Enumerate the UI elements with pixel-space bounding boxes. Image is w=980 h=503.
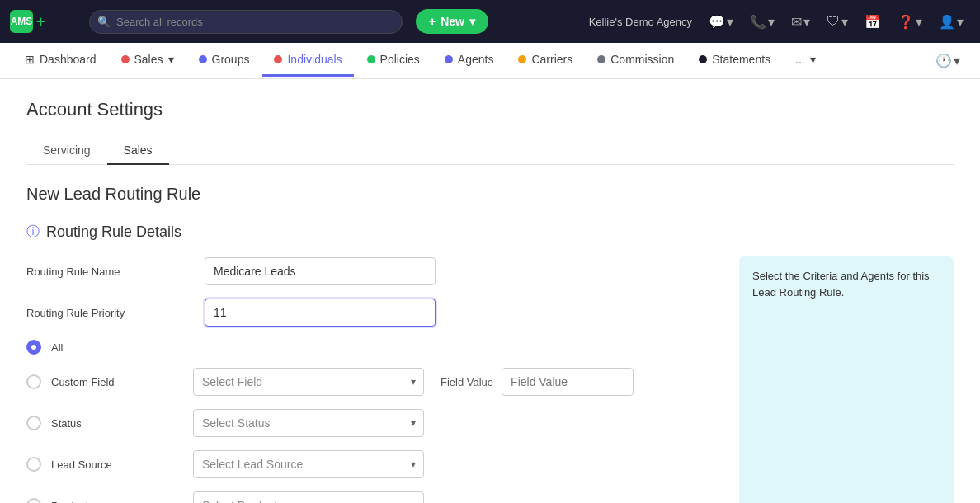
new-chevron-icon: ▾: [469, 15, 475, 28]
chat-icon: 💬: [709, 14, 725, 30]
sales-dot: [121, 55, 130, 63]
new-button[interactable]: + New ▾: [416, 9, 488, 34]
nav-groups[interactable]: Groups: [187, 45, 261, 77]
tab-servicing[interactable]: Servicing: [26, 137, 107, 165]
tabs: Servicing Sales: [26, 137, 954, 165]
nav-agents[interactable]: Agents: [433, 45, 506, 77]
dashboard-icon: ⊞: [25, 53, 35, 66]
logo-icon: AMS: [10, 10, 33, 33]
status-radio[interactable]: [26, 416, 41, 430]
agency-button[interactable]: Kellie's Demo Agency: [582, 11, 699, 33]
routing-rule-name-row: Routing Rule Name: [26, 257, 713, 285]
form-fields: ⓘ Routing Rule Details Routing Rule Name…: [26, 223, 713, 503]
field-value-label: Field Value: [441, 376, 493, 388]
chat-chevron-icon: ▾: [727, 14, 733, 30]
section-title-row: ⓘ Routing Rule Details: [26, 223, 713, 241]
shield-icon: 🛡: [827, 14, 840, 29]
topbar-right: Kellie's Demo Agency 💬 ▾ 📞 ▾ ✉ ▾ 🛡 ▾ 📅 ❓…: [582, 9, 970, 35]
shield-chevron-icon: ▾: [841, 14, 848, 30]
all-radio[interactable]: [26, 340, 41, 355]
status-select-wrapper: Select Status ▾: [193, 409, 424, 437]
lead-source-label: Lead Source: [51, 458, 183, 471]
custom-field-select-wrapper: Select Field ▾: [193, 368, 424, 396]
product-row: Product Select Product ▾: [26, 491, 713, 503]
logo: AMS +: [10, 10, 76, 33]
custom-field-select[interactable]: Select Field: [193, 368, 424, 396]
lead-source-row: Lead Source Select Lead Source ▾: [26, 450, 713, 478]
status-select[interactable]: Select Status: [193, 409, 424, 437]
field-value-input[interactable]: [502, 368, 634, 396]
user-chevron-icon: ▾: [957, 14, 964, 30]
all-criteria-row: All: [26, 340, 713, 355]
statements-dot: [699, 55, 707, 63]
user-icon: 👤: [939, 14, 955, 30]
email-icon: ✉: [791, 14, 802, 30]
nav-carriers[interactable]: Carriers: [506, 45, 584, 77]
page-title: Account Settings: [26, 99, 954, 120]
more-chevron-icon: ▾: [810, 53, 816, 66]
main-content: Account Settings Servicing Sales New Lea…: [0, 79, 980, 503]
logo-plus: +: [36, 13, 45, 31]
phone-chevron-icon: ▾: [768, 14, 775, 30]
custom-field-radio[interactable]: [26, 374, 41, 389]
custom-field-label: Custom Field: [51, 376, 183, 388]
status-row: Status Select Status ▾: [26, 409, 713, 437]
help-icon: ❓: [898, 14, 914, 30]
chat-button[interactable]: 💬 ▾: [702, 9, 740, 35]
field-value-section: Field Value: [441, 368, 634, 396]
info-box: Select the Criteria and Agents for this …: [739, 256, 954, 503]
calendar-button[interactable]: 📅: [858, 9, 888, 35]
status-label: Status: [51, 417, 183, 430]
user-button[interactable]: 👤 ▾: [932, 9, 970, 35]
section-title: Routing Rule Details: [46, 223, 181, 241]
form-layout: ⓘ Routing Rule Details Routing Rule Name…: [26, 223, 954, 503]
main-nav: ⊞ Dashboard Sales ▾ Groups Individuals P…: [0, 43, 980, 79]
email-button[interactable]: ✉ ▾: [784, 9, 817, 35]
nav-sales[interactable]: Sales ▾: [110, 45, 186, 77]
routing-rule-priority-row: Routing Rule Priority: [26, 299, 713, 327]
carriers-dot: [518, 55, 526, 63]
routing-rule-name-label: Routing Rule Name: [26, 266, 191, 278]
help-button[interactable]: ❓ ▾: [891, 9, 929, 35]
history-chevron-icon: ▾: [954, 53, 960, 68]
agents-dot: [445, 55, 453, 63]
nav-statements[interactable]: Statements: [687, 45, 782, 77]
policies-dot: [367, 55, 375, 63]
new-icon: +: [429, 15, 436, 28]
nav-commission[interactable]: Commission: [586, 45, 686, 77]
routing-rule-name-input[interactable]: [205, 257, 436, 285]
topbar: AMS + 🔍 + New ▾ Kellie's Demo Agency 💬 ▾…: [0, 0, 980, 43]
form-title: New Lead Routing Rule: [26, 185, 954, 204]
nav-individuals[interactable]: Individuals: [262, 45, 353, 77]
phone-icon: 📞: [750, 14, 766, 30]
search-container: 🔍: [89, 10, 403, 34]
custom-field-row: Custom Field Select Field ▾ Field Value: [26, 368, 713, 396]
phone-button[interactable]: 📞 ▾: [743, 9, 781, 35]
email-chevron-icon: ▾: [803, 14, 810, 30]
nav-policies[interactable]: Policies: [356, 45, 431, 77]
product-radio[interactable]: [26, 498, 41, 503]
routing-rule-priority-input[interactable]: [205, 299, 436, 327]
tab-sales[interactable]: Sales: [107, 137, 169, 165]
shield-button[interactable]: 🛡 ▾: [820, 9, 855, 35]
lead-source-select[interactable]: Select Lead Source: [193, 450, 424, 478]
lead-source-select-wrapper: Select Lead Source ▾: [193, 450, 424, 478]
routing-rule-priority-label: Routing Rule Priority: [26, 307, 191, 319]
product-select[interactable]: Select Product: [193, 491, 424, 503]
product-select-wrapper: Select Product ▾: [193, 491, 424, 503]
history-button[interactable]: 🕐 ▾: [929, 48, 967, 73]
lead-source-radio[interactable]: [26, 457, 41, 472]
sales-chevron-icon: ▾: [168, 53, 174, 66]
nav-dashboard[interactable]: ⊞ Dashboard: [13, 45, 108, 77]
help-chevron-icon: ▾: [916, 14, 922, 30]
search-input[interactable]: [89, 10, 403, 34]
search-icon: 🔍: [97, 16, 111, 28]
clock-icon: 🕐: [935, 53, 952, 68]
groups-dot: [199, 55, 207, 63]
commission-dot: [597, 55, 605, 63]
nav-more[interactable]: ... ▾: [784, 45, 827, 77]
calendar-icon: 📅: [865, 14, 881, 30]
individuals-dot: [274, 55, 282, 63]
product-label: Product: [51, 500, 183, 504]
all-label: All: [51, 341, 183, 354]
